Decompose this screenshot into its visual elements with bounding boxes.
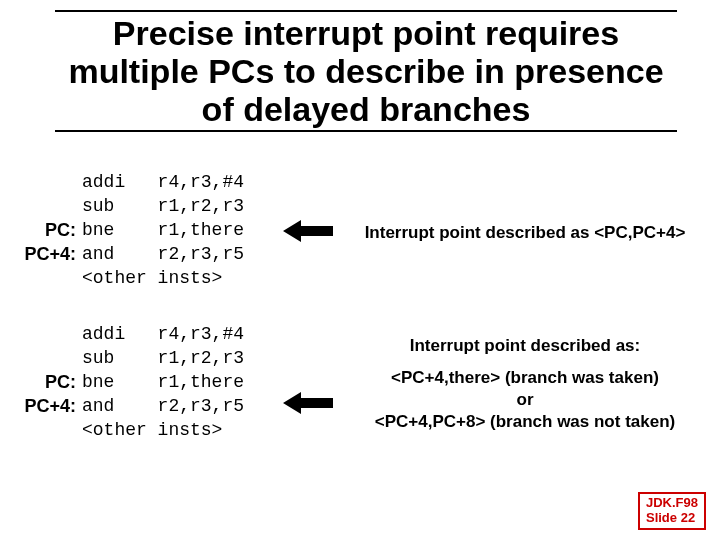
pc-labels-1: PC: PC+4: (18, 170, 76, 290)
footer-line1: JDK.F98 (646, 496, 698, 511)
svg-marker-0 (283, 220, 333, 242)
arrow-left-icon (283, 390, 333, 416)
pc-label: PC: (18, 218, 76, 242)
desc2-taken: <PC+4,there> (branch was taken) (340, 367, 710, 389)
desc2-or: or (340, 389, 710, 411)
svg-marker-1 (283, 392, 333, 414)
desc2-heading: Interrupt point described as: (340, 335, 710, 357)
footer-badge: JDK.F98 Slide 22 (638, 492, 706, 530)
pc-label: PC: (18, 370, 76, 394)
description-2: Interrupt point described as: <PC+4,ther… (340, 335, 710, 433)
footer-line2: Slide 22 (646, 511, 698, 526)
code-block-2: addi r4,r3,#4 sub r1,r2,r3 bne r1,there … (82, 322, 244, 442)
code-group-2: PC: PC+4: addi r4,r3,#4 sub r1,r2,r3 bne… (18, 322, 244, 442)
pc4-label: PC+4: (18, 242, 76, 266)
slide: Precise interrupt point requires multipl… (0, 0, 720, 540)
description-1: Interrupt point described as <PC,PC+4> (340, 222, 710, 244)
code-block-1: addi r4,r3,#4 sub r1,r2,r3 bne r1,there … (82, 170, 244, 290)
page-title: Precise interrupt point requires multipl… (55, 10, 677, 132)
desc2-nottaken: <PC+4,PC+8> (branch was not taken) (340, 411, 710, 433)
arrow-left-icon (283, 218, 333, 244)
pc4-label: PC+4: (18, 394, 76, 418)
pc-labels-2: PC: PC+4: (18, 322, 76, 442)
code-group-1: PC: PC+4: addi r4,r3,#4 sub r1,r2,r3 bne… (18, 170, 244, 290)
